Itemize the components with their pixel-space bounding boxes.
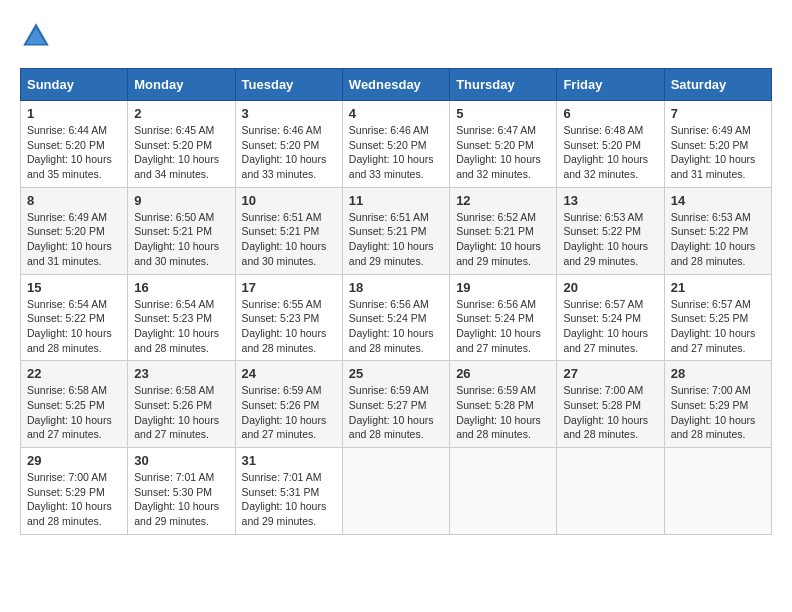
empty-cell bbox=[664, 448, 771, 535]
day-cell-22: 22Sunrise: 6:58 AM Sunset: 5:25 PM Dayli… bbox=[21, 361, 128, 448]
day-info: Sunrise: 6:58 AM Sunset: 5:26 PM Dayligh… bbox=[134, 383, 228, 442]
day-info: Sunrise: 6:58 AM Sunset: 5:25 PM Dayligh… bbox=[27, 383, 121, 442]
empty-cell bbox=[450, 448, 557, 535]
day-info: Sunrise: 6:56 AM Sunset: 5:24 PM Dayligh… bbox=[456, 297, 550, 356]
day-info: Sunrise: 6:51 AM Sunset: 5:21 PM Dayligh… bbox=[349, 210, 443, 269]
day-cell-1: 1Sunrise: 6:44 AM Sunset: 5:20 PM Daylig… bbox=[21, 101, 128, 188]
day-cell-17: 17Sunrise: 6:55 AM Sunset: 5:23 PM Dayli… bbox=[235, 274, 342, 361]
day-info: Sunrise: 6:50 AM Sunset: 5:21 PM Dayligh… bbox=[134, 210, 228, 269]
day-cell-3: 3Sunrise: 6:46 AM Sunset: 5:20 PM Daylig… bbox=[235, 101, 342, 188]
day-number: 18 bbox=[349, 280, 443, 295]
day-number: 5 bbox=[456, 106, 550, 121]
calendar-header-tuesday: Tuesday bbox=[235, 69, 342, 101]
day-cell-20: 20Sunrise: 6:57 AM Sunset: 5:24 PM Dayli… bbox=[557, 274, 664, 361]
day-cell-12: 12Sunrise: 6:52 AM Sunset: 5:21 PM Dayli… bbox=[450, 187, 557, 274]
day-info: Sunrise: 6:46 AM Sunset: 5:20 PM Dayligh… bbox=[242, 123, 336, 182]
day-info: Sunrise: 6:44 AM Sunset: 5:20 PM Dayligh… bbox=[27, 123, 121, 182]
day-cell-31: 31Sunrise: 7:01 AM Sunset: 5:31 PM Dayli… bbox=[235, 448, 342, 535]
day-info: Sunrise: 7:01 AM Sunset: 5:30 PM Dayligh… bbox=[134, 470, 228, 529]
calendar-header-sunday: Sunday bbox=[21, 69, 128, 101]
calendar-header-thursday: Thursday bbox=[450, 69, 557, 101]
day-cell-9: 9Sunrise: 6:50 AM Sunset: 5:21 PM Daylig… bbox=[128, 187, 235, 274]
day-info: Sunrise: 6:57 AM Sunset: 5:24 PM Dayligh… bbox=[563, 297, 657, 356]
day-number: 4 bbox=[349, 106, 443, 121]
day-number: 30 bbox=[134, 453, 228, 468]
page-header bbox=[20, 20, 772, 52]
day-cell-11: 11Sunrise: 6:51 AM Sunset: 5:21 PM Dayli… bbox=[342, 187, 449, 274]
day-info: Sunrise: 6:46 AM Sunset: 5:20 PM Dayligh… bbox=[349, 123, 443, 182]
day-info: Sunrise: 6:49 AM Sunset: 5:20 PM Dayligh… bbox=[27, 210, 121, 269]
day-number: 16 bbox=[134, 280, 228, 295]
day-number: 26 bbox=[456, 366, 550, 381]
day-cell-28: 28Sunrise: 7:00 AM Sunset: 5:29 PM Dayli… bbox=[664, 361, 771, 448]
day-cell-2: 2Sunrise: 6:45 AM Sunset: 5:20 PM Daylig… bbox=[128, 101, 235, 188]
day-number: 13 bbox=[563, 193, 657, 208]
day-number: 1 bbox=[27, 106, 121, 121]
day-number: 29 bbox=[27, 453, 121, 468]
day-cell-16: 16Sunrise: 6:54 AM Sunset: 5:23 PM Dayli… bbox=[128, 274, 235, 361]
day-info: Sunrise: 6:53 AM Sunset: 5:22 PM Dayligh… bbox=[563, 210, 657, 269]
day-info: Sunrise: 6:59 AM Sunset: 5:27 PM Dayligh… bbox=[349, 383, 443, 442]
day-info: Sunrise: 6:53 AM Sunset: 5:22 PM Dayligh… bbox=[671, 210, 765, 269]
day-info: Sunrise: 6:54 AM Sunset: 5:23 PM Dayligh… bbox=[134, 297, 228, 356]
calendar-week-4: 22Sunrise: 6:58 AM Sunset: 5:25 PM Dayli… bbox=[21, 361, 772, 448]
day-cell-6: 6Sunrise: 6:48 AM Sunset: 5:20 PM Daylig… bbox=[557, 101, 664, 188]
day-info: Sunrise: 6:52 AM Sunset: 5:21 PM Dayligh… bbox=[456, 210, 550, 269]
day-cell-25: 25Sunrise: 6:59 AM Sunset: 5:27 PM Dayli… bbox=[342, 361, 449, 448]
day-cell-7: 7Sunrise: 6:49 AM Sunset: 5:20 PM Daylig… bbox=[664, 101, 771, 188]
day-info: Sunrise: 6:57 AM Sunset: 5:25 PM Dayligh… bbox=[671, 297, 765, 356]
day-info: Sunrise: 7:01 AM Sunset: 5:31 PM Dayligh… bbox=[242, 470, 336, 529]
day-info: Sunrise: 6:56 AM Sunset: 5:24 PM Dayligh… bbox=[349, 297, 443, 356]
day-cell-18: 18Sunrise: 6:56 AM Sunset: 5:24 PM Dayli… bbox=[342, 274, 449, 361]
day-info: Sunrise: 6:47 AM Sunset: 5:20 PM Dayligh… bbox=[456, 123, 550, 182]
day-cell-8: 8Sunrise: 6:49 AM Sunset: 5:20 PM Daylig… bbox=[21, 187, 128, 274]
day-number: 24 bbox=[242, 366, 336, 381]
day-number: 14 bbox=[671, 193, 765, 208]
calendar-header-row: SundayMondayTuesdayWednesdayThursdayFrid… bbox=[21, 69, 772, 101]
day-cell-27: 27Sunrise: 7:00 AM Sunset: 5:28 PM Dayli… bbox=[557, 361, 664, 448]
empty-cell bbox=[342, 448, 449, 535]
calendar-week-3: 15Sunrise: 6:54 AM Sunset: 5:22 PM Dayli… bbox=[21, 274, 772, 361]
calendar-week-1: 1Sunrise: 6:44 AM Sunset: 5:20 PM Daylig… bbox=[21, 101, 772, 188]
day-cell-23: 23Sunrise: 6:58 AM Sunset: 5:26 PM Dayli… bbox=[128, 361, 235, 448]
day-number: 10 bbox=[242, 193, 336, 208]
day-number: 31 bbox=[242, 453, 336, 468]
day-number: 2 bbox=[134, 106, 228, 121]
day-number: 6 bbox=[563, 106, 657, 121]
day-info: Sunrise: 6:45 AM Sunset: 5:20 PM Dayligh… bbox=[134, 123, 228, 182]
day-number: 8 bbox=[27, 193, 121, 208]
day-cell-26: 26Sunrise: 6:59 AM Sunset: 5:28 PM Dayli… bbox=[450, 361, 557, 448]
day-number: 25 bbox=[349, 366, 443, 381]
calendar-week-2: 8Sunrise: 6:49 AM Sunset: 5:20 PM Daylig… bbox=[21, 187, 772, 274]
day-info: Sunrise: 6:48 AM Sunset: 5:20 PM Dayligh… bbox=[563, 123, 657, 182]
day-cell-30: 30Sunrise: 7:01 AM Sunset: 5:30 PM Dayli… bbox=[128, 448, 235, 535]
day-number: 21 bbox=[671, 280, 765, 295]
day-cell-15: 15Sunrise: 6:54 AM Sunset: 5:22 PM Dayli… bbox=[21, 274, 128, 361]
calendar-header-friday: Friday bbox=[557, 69, 664, 101]
day-cell-4: 4Sunrise: 6:46 AM Sunset: 5:20 PM Daylig… bbox=[342, 101, 449, 188]
day-number: 17 bbox=[242, 280, 336, 295]
calendar-table: SundayMondayTuesdayWednesdayThursdayFrid… bbox=[20, 68, 772, 535]
day-cell-13: 13Sunrise: 6:53 AM Sunset: 5:22 PM Dayli… bbox=[557, 187, 664, 274]
calendar-header-monday: Monday bbox=[128, 69, 235, 101]
day-info: Sunrise: 6:54 AM Sunset: 5:22 PM Dayligh… bbox=[27, 297, 121, 356]
day-number: 15 bbox=[27, 280, 121, 295]
day-number: 19 bbox=[456, 280, 550, 295]
day-info: Sunrise: 7:00 AM Sunset: 5:29 PM Dayligh… bbox=[27, 470, 121, 529]
day-number: 20 bbox=[563, 280, 657, 295]
day-number: 3 bbox=[242, 106, 336, 121]
calendar-header-wednesday: Wednesday bbox=[342, 69, 449, 101]
day-info: Sunrise: 7:00 AM Sunset: 5:28 PM Dayligh… bbox=[563, 383, 657, 442]
day-info: Sunrise: 6:51 AM Sunset: 5:21 PM Dayligh… bbox=[242, 210, 336, 269]
day-number: 9 bbox=[134, 193, 228, 208]
day-cell-21: 21Sunrise: 6:57 AM Sunset: 5:25 PM Dayli… bbox=[664, 274, 771, 361]
day-number: 23 bbox=[134, 366, 228, 381]
day-number: 27 bbox=[563, 366, 657, 381]
day-number: 11 bbox=[349, 193, 443, 208]
day-info: Sunrise: 6:55 AM Sunset: 5:23 PM Dayligh… bbox=[242, 297, 336, 356]
logo bbox=[20, 20, 56, 52]
calendar-header-saturday: Saturday bbox=[664, 69, 771, 101]
calendar-week-5: 29Sunrise: 7:00 AM Sunset: 5:29 PM Dayli… bbox=[21, 448, 772, 535]
day-cell-29: 29Sunrise: 7:00 AM Sunset: 5:29 PM Dayli… bbox=[21, 448, 128, 535]
day-cell-5: 5Sunrise: 6:47 AM Sunset: 5:20 PM Daylig… bbox=[450, 101, 557, 188]
